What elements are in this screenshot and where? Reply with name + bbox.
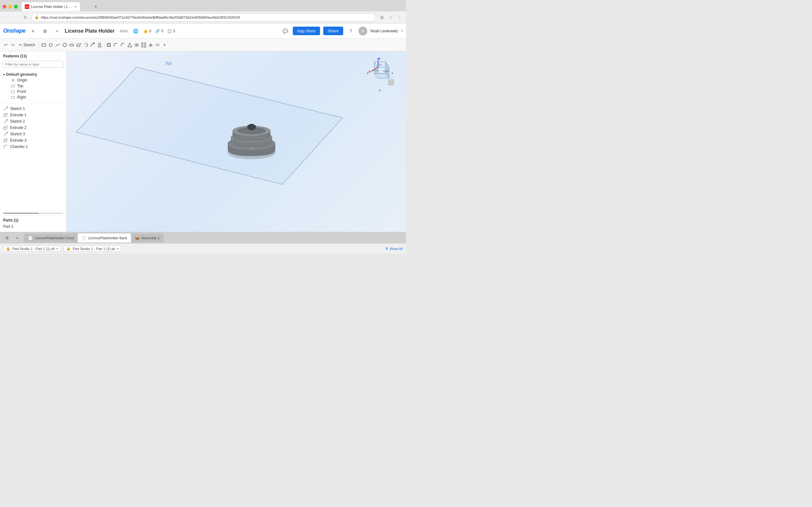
tab-licenseholder-back[interactable]: 📄 LicensePlateHolder Back [78,233,131,242]
extrude2-item[interactable]: Extrude 2 [0,124,66,131]
svg-text:▼: ▼ [378,89,381,92]
top-plane-icon [11,83,15,88]
redo-btn[interactable]: ↪ [9,42,16,48]
tool-loft[interactable] [96,42,103,48]
bookmark-btn[interactable]: ☆ [387,14,395,21]
export-dropdown-2[interactable]: ▾ [117,247,119,250]
maximize-window-btn[interactable] [14,5,18,9]
user-avatar[interactable]: N [358,26,367,36]
help-btn[interactable]: ? [346,26,355,36]
tab-close-btn[interactable]: ✕ [74,5,77,9]
sketch1-item[interactable]: Sketch 1 [0,106,66,112]
close-window-btn[interactable] [3,5,6,9]
sketch3-item[interactable]: Sketch 3 [0,131,66,137]
sketch2-item[interactable]: Sketch 2 [0,118,66,124]
tool-spline[interactable] [55,42,61,48]
tool-boolean[interactable] [134,42,140,48]
tool-polygon[interactable] [61,42,68,48]
chamfer1-icon [3,144,8,149]
export-lock-icon-2: 🔒 [66,246,71,250]
app-store-btn[interactable]: App Store [293,26,320,35]
chamfer1-item[interactable]: Chamfer 1 [0,144,66,150]
links-stat[interactable]: 🔗 0 [155,29,163,33]
tool-add[interactable]: + [161,42,168,48]
sketch1-icon [3,106,8,111]
front-plane-item[interactable]: Front [3,89,63,95]
part1-item[interactable]: Part 1 [3,224,63,229]
tool-shell[interactable] [106,42,112,48]
address-bar[interactable]: 🔒 https://cad.onshape.com/documents/2880… [31,13,376,21]
add-feature-btn[interactable]: + [53,26,61,36]
export-item-1[interactable]: 🔒 Part Studio 1 - Part 1 (1).stl ▾ [3,245,61,251]
tool-circle[interactable] [48,42,54,48]
browser-menu-btn[interactable]: ⋮ [396,14,403,21]
hamburger-menu-btn[interactable]: ≡ [29,26,38,36]
export-dropdown-1[interactable]: ▾ [56,247,58,250]
svg-rect-20 [11,85,14,87]
new-tab-btn[interactable]: + [92,3,100,10]
active-tab[interactable]: On License Plate Holder | License... ✕ [21,2,80,11]
panel-scrollbar[interactable] [3,213,63,214]
parts-section: Parts (1) Part 1 [0,215,66,232]
reload-btn[interactable]: ↻ [21,14,29,21]
sketch-btn[interactable]: ✏ Sketch [16,42,38,49]
minimize-window-btn[interactable] [8,5,12,9]
svg-marker-2 [63,43,67,47]
svg-line-23 [4,107,7,110]
document-title: License Plate Holder [65,28,114,34]
extrude3-label: Extrude 3 [10,138,26,143]
tool-draft[interactable] [126,42,133,48]
show-all-btn[interactable]: ⬇ Show All [386,246,403,250]
share-btn[interactable]: Share [323,26,343,35]
right-plane-label: Right [17,95,26,100]
top-plane-item[interactable]: Top [3,83,63,89]
copies-stat[interactable]: 📋 0 [167,29,175,33]
tool-pattern[interactable] [141,42,147,48]
left-panel: Features (11) ▾ Default geometry ⊕ Origi… [0,51,67,232]
filter-input[interactable] [3,61,64,68]
origin-item[interactable]: ⊕ Origin [3,77,63,83]
extrude1-item[interactable]: Extrude 1 [0,112,66,118]
tool-extrude[interactable] [75,42,82,48]
tool-mirror[interactable] [148,42,154,48]
extrude3-item[interactable]: Extrude 3 [0,137,66,144]
tool-rectangle[interactable] [41,42,47,48]
extrude3-icon [3,138,8,143]
thumbs-up-icon: 👍 [143,29,148,33]
viewport[interactable]: Top [67,51,406,232]
add-tab-btn[interactable]: + [13,233,21,242]
default-geometry-label: Default geometry [6,72,37,77]
tool-revolve[interactable] [83,42,89,48]
view-cube-container[interactable]: ▲ ▼ ◄ ► Z [365,56,395,94]
svg-rect-22 [11,96,14,99]
grid-view-btn[interactable]: ⊞ [41,26,49,36]
tool-slot[interactable] [68,42,75,48]
user-menu-chevron[interactable]: ▾ [401,29,403,33]
export-item-2[interactable]: 🔒 Part Studio 1 - Part 1 (1).stl ▾ [63,245,121,251]
svg-rect-21 [11,91,14,93]
forward-btn[interactable]: › [12,14,20,21]
tab-bar: On License Plate Holder | License... ✕ + [0,0,406,11]
new-tab-placeholder[interactable] [81,2,91,11]
tab-licenseholder-front[interactable]: 📄 LicensePlateHolder Front [24,233,78,242]
right-plane-item[interactable]: Right [3,95,63,100]
back-btn[interactable]: ‹ [3,14,10,21]
tab-assembly1[interactable]: 📦 Assembly 1 [131,233,163,242]
chat-btn[interactable]: 💬 [281,26,290,36]
tool-chamfer[interactable] [119,42,126,48]
tab-settings-btn[interactable]: ⚙ [3,233,11,242]
likes-stat[interactable]: 👍 0 [143,29,151,33]
viewport-top-label: Top [165,61,171,66]
svg-marker-10 [128,43,132,47]
tool-fillet[interactable] [113,42,119,48]
undo-btn[interactable]: ↩ [3,42,9,48]
default-geometry-header[interactable]: ▾ Default geometry [3,72,63,77]
onshape-logo: Onshape [3,27,26,34]
globe-icon[interactable]: 🌐 [131,26,140,36]
extensions-btn[interactable]: ⊞ [378,14,386,21]
toolbar: ↩ ↪ ✏ Sketch [0,39,406,51]
tool-variables[interactable]: (x) [154,42,161,48]
hex-socket [247,124,256,130]
svg-point-27 [7,119,8,120]
tool-sweep[interactable] [90,42,96,48]
